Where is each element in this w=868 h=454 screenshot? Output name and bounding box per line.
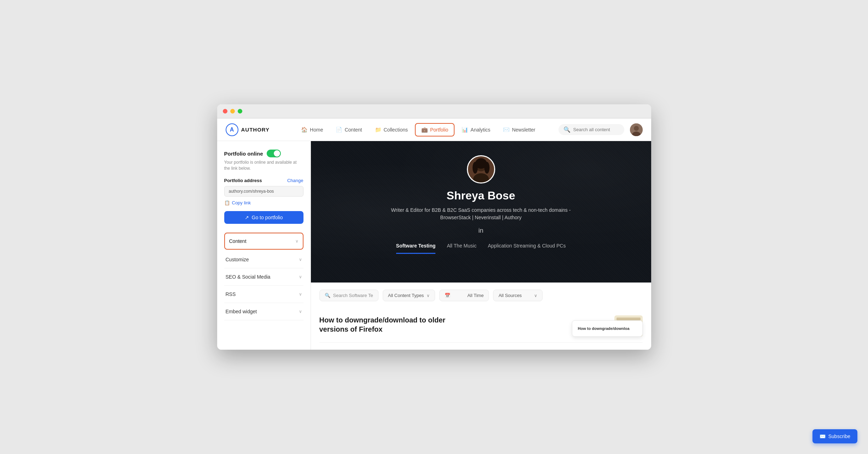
hero-tabs: Software Testing All The Music Applicati… bbox=[396, 243, 566, 254]
sidebar-item-content[interactable]: Content ∨ bbox=[224, 233, 303, 250]
chevron-down-icon: ∨ bbox=[299, 257, 302, 262]
logo[interactable]: A AUTHORY bbox=[226, 123, 270, 136]
hero-tab-all-the-music[interactable]: All The Music bbox=[447, 243, 476, 254]
portfolio-url-box: authory.com/shreya-bos bbox=[224, 186, 303, 197]
avatar[interactable] bbox=[630, 123, 643, 136]
portfolio-online-row: Portfolio online bbox=[224, 150, 303, 157]
sidebar-sections: Content ∨ Customize ∨ SEO & Social Media… bbox=[224, 232, 303, 320]
nav-item-home[interactable]: 🏠 Home bbox=[295, 124, 329, 136]
search-input[interactable] bbox=[573, 127, 619, 132]
svg-point-1 bbox=[634, 126, 639, 131]
article-row: How to downgrade/download to older versi… bbox=[319, 310, 643, 343]
sidebar-item-seo[interactable]: SEO & Social Media ∨ bbox=[224, 268, 303, 286]
content-type-filter[interactable]: All Content Types ∨ bbox=[383, 290, 435, 301]
copy-link-button[interactable]: 📋 Copy link bbox=[224, 200, 303, 205]
svg-point-8 bbox=[484, 162, 490, 174]
sources-filter[interactable]: All Sources ∨ bbox=[493, 290, 543, 301]
content-search[interactable]: 🔍 Search Software Te bbox=[319, 290, 378, 301]
logo-text: AUTHORY bbox=[241, 127, 270, 133]
hero-bio: Writer & Editor for B2B & B2C SaaS compa… bbox=[384, 206, 578, 221]
titlebar bbox=[217, 104, 651, 118]
search-icon: 🔍 bbox=[325, 293, 330, 298]
portfolio-hero: Shreya Bose Writer & Editor for B2B & B2… bbox=[311, 141, 651, 283]
hero-tab-application-streaming[interactable]: Application Streaming & Cloud PCs bbox=[488, 243, 566, 254]
hero-avatar bbox=[467, 155, 495, 184]
sidebar-item-rss[interactable]: RSS ∨ bbox=[224, 286, 303, 303]
sidebar-item-customize[interactable]: Customize ∨ bbox=[224, 251, 303, 268]
time-filter[interactable]: 📅 All Time bbox=[439, 290, 489, 301]
chevron-down-icon: ∨ bbox=[299, 292, 302, 297]
nav-item-portfolio[interactable]: 💼 Portfolio bbox=[415, 123, 455, 136]
external-link-icon: ↗ bbox=[245, 215, 249, 220]
chevron-down-icon: ∨ bbox=[295, 239, 299, 244]
portfolio-toggle[interactable] bbox=[267, 150, 281, 157]
content-icon: 📄 bbox=[336, 127, 342, 133]
portfolio-address-label: Portfolio address bbox=[224, 178, 262, 183]
filters-row: 🔍 Search Software Te All Content Types ∨… bbox=[319, 290, 643, 301]
global-search[interactable]: 🔍 bbox=[559, 124, 624, 135]
svg-point-7 bbox=[472, 162, 478, 174]
minimize-button[interactable] bbox=[230, 109, 235, 114]
nav-item-content[interactable]: 📄 Content bbox=[330, 124, 368, 136]
nav-item-newsletter[interactable]: ✉️ Newsletter bbox=[497, 124, 541, 136]
go-portfolio-button[interactable]: ↗ Go to portfolio bbox=[224, 211, 303, 224]
analytics-icon: 📊 bbox=[462, 127, 468, 133]
main-content: Shreya Bose Writer & Editor for B2B & B2… bbox=[311, 141, 651, 350]
chevron-down-icon: ∨ bbox=[534, 293, 537, 298]
portfolio-icon: 💼 bbox=[421, 127, 428, 133]
newsletter-icon: ✉️ bbox=[503, 127, 510, 133]
chevron-down-icon: ∨ bbox=[299, 309, 302, 314]
nav-item-analytics[interactable]: 📊 Analytics bbox=[456, 124, 496, 136]
app-body: Portfolio online Your portfolio is onlin… bbox=[217, 141, 651, 350]
search-icon: 🔍 bbox=[563, 126, 571, 133]
linkedin-icon[interactable]: in bbox=[478, 227, 483, 234]
sidebar: Portfolio online Your portfolio is onlin… bbox=[217, 141, 311, 350]
portfolio-online-label: Portfolio online bbox=[224, 151, 263, 157]
portfolio-address-row: Portfolio address Change bbox=[224, 178, 303, 183]
hero-name: Shreya Bose bbox=[447, 189, 515, 202]
content-area: 🔍 Search Software Te All Content Types ∨… bbox=[311, 283, 651, 350]
traffic-lights bbox=[223, 109, 242, 114]
change-link[interactable]: Change bbox=[287, 178, 303, 183]
app-window: A AUTHORY 🏠 Home 📄 Content 📁 Collections… bbox=[217, 104, 651, 350]
home-icon: 🏠 bbox=[301, 127, 308, 133]
nav-links: 🏠 Home 📄 Content 📁 Collections 💼 Portfol… bbox=[284, 123, 552, 136]
subscribe-button[interactable]: ✉️ Subscribe bbox=[812, 429, 857, 443]
topnav: A AUTHORY 🏠 Home 📄 Content 📁 Collections… bbox=[217, 118, 651, 141]
logo-icon: A bbox=[226, 123, 238, 136]
article-preview-card: How to downgrade/downloa bbox=[572, 320, 643, 337]
close-button[interactable] bbox=[223, 109, 227, 114]
copy-icon: 📋 bbox=[224, 200, 230, 205]
email-icon: ✉️ bbox=[820, 433, 826, 439]
sidebar-item-embed[interactable]: Embed widget ∨ bbox=[224, 303, 303, 320]
hero-tab-software-testing[interactable]: Software Testing bbox=[396, 243, 436, 254]
nav-item-collections[interactable]: 📁 Collections bbox=[369, 124, 413, 136]
chevron-down-icon: ∨ bbox=[299, 274, 302, 279]
preview-title: How to downgrade/downloa bbox=[578, 326, 637, 331]
chevron-down-icon: ∨ bbox=[427, 293, 430, 298]
collections-icon: 📁 bbox=[375, 127, 382, 133]
portfolio-desc: Your portfolio is online and available a… bbox=[224, 159, 303, 171]
article-title[interactable]: How to downgrade/download to older versi… bbox=[319, 315, 468, 334]
maximize-button[interactable] bbox=[238, 109, 242, 114]
calendar-icon: 📅 bbox=[445, 293, 450, 298]
